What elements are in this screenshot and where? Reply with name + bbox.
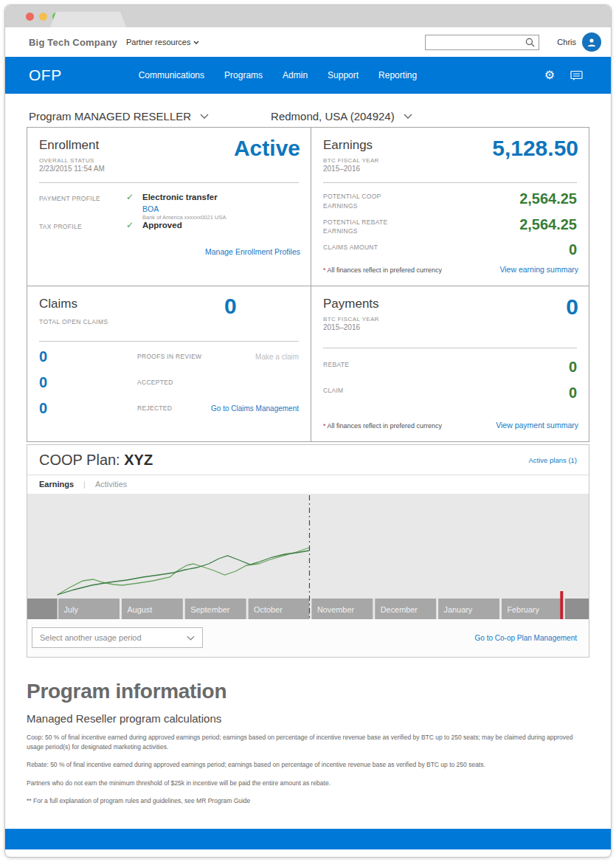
coop-plan-name: XYZ xyxy=(124,452,153,468)
person-icon xyxy=(586,37,597,47)
claims-title: Claims xyxy=(39,297,299,311)
divider xyxy=(39,341,299,342)
row-count: 0 xyxy=(39,348,137,365)
row-label: ACCEPTED xyxy=(137,379,299,386)
nav-item-reporting[interactable]: Reporting xyxy=(378,70,417,80)
currency-footnote: * All finances reflect in prefered curre… xyxy=(323,422,442,430)
svg-text:November: November xyxy=(317,605,355,614)
view-earning-summary-link[interactable]: View earning summary xyxy=(499,265,578,274)
currency-footnote: * All finances reflect in prefered curre… xyxy=(323,266,442,274)
payments-total: 0 xyxy=(566,296,578,318)
footnote-text: All finances reflect in prefered currenc… xyxy=(326,266,443,274)
payments-footer: * All finances reflect in prefered curre… xyxy=(323,421,578,430)
nav-items: Communications Programs Admin Support Re… xyxy=(139,70,417,80)
active-plans-link[interactable]: Active plans (1) xyxy=(529,456,577,464)
primary-nav: OFP Communications Programs Admin Suppor… xyxy=(5,57,611,94)
search-input[interactable] xyxy=(426,38,525,47)
footer-bar xyxy=(5,829,611,849)
tab-activities[interactable]: Activities xyxy=(95,480,127,489)
user-name: Chris xyxy=(557,38,576,46)
coop-plan-tabs: Earnings | Activities xyxy=(27,475,589,494)
browser-titlebar xyxy=(5,5,611,27)
bank-link[interactable]: BOA xyxy=(142,204,299,213)
bank-detail: Bank of America xxxxxx0021 USA xyxy=(142,214,299,221)
window-close-button[interactable] xyxy=(26,13,34,21)
tab-divider: | xyxy=(83,480,86,489)
earnings-row: POTENTIAL REBATE EARNINGS 2,564.25 xyxy=(323,216,577,237)
svg-text:October: October xyxy=(254,605,283,614)
partner-resources-menu[interactable]: Partner resources xyxy=(126,38,199,46)
row-label: REJECTED xyxy=(137,404,211,412)
program-selector[interactable]: Program MANAGED RESELLER xyxy=(29,110,209,123)
earnings-rows: POTENTIAL COOP EARNINGS 2,564.25 POTENTI… xyxy=(323,190,577,258)
view-payment-summary-link[interactable]: View payment summary xyxy=(496,421,578,430)
footnote-text: All finances reflect in prefered currenc… xyxy=(326,422,443,430)
check-icon: ✓ xyxy=(126,193,142,202)
row-value: 0 xyxy=(569,385,577,401)
fiscal-year-label: BTC FISCAL YEAR xyxy=(323,316,577,323)
claims-rows: 0 PROOFS IN REVIEW Make a claim 0 ACCEPT… xyxy=(39,348,299,417)
usage-period-placeholder: Select another usage period xyxy=(40,633,142,642)
row-count: 0 xyxy=(39,399,137,417)
go-to-claims-management-link[interactable]: Go to Claims Management xyxy=(211,404,299,413)
chevron-down-icon xyxy=(404,114,412,119)
coop-plan-title-prefix: COOP Plan: xyxy=(39,452,124,468)
fiscal-year-value: 2015–2016 xyxy=(323,165,577,173)
user-avatar[interactable] xyxy=(582,32,601,52)
fiscal-year-value: 2015–2016 xyxy=(323,323,577,331)
bank-info: BOA Bank of America xxxxxx0021 USA xyxy=(142,204,299,221)
window-minimize-button[interactable] xyxy=(39,13,47,21)
claims-card: Claims TOTAL OPEN CLAIMS 0 0 PROOFS IN R… xyxy=(27,286,311,441)
program-info-paragraph: Partners who do not earn the minimum thr… xyxy=(27,779,581,788)
search-icon[interactable] xyxy=(525,38,535,47)
nav-item-communications[interactable]: Communications xyxy=(139,70,204,80)
settings-gear-icon[interactable]: ⚙ xyxy=(544,69,555,81)
make-a-claim-link[interactable]: Make a claim xyxy=(255,353,299,361)
claims-row: 0 ACCEPTED xyxy=(39,373,299,391)
nav-item-programs[interactable]: Programs xyxy=(224,70,263,80)
earnings-row: CLAIMS AMOUNT 0 xyxy=(323,241,577,258)
program-calculations-subheading: Managed Reseller program calculations xyxy=(27,712,589,725)
app-brand[interactable]: OFP xyxy=(29,66,62,84)
row-label: REBATE xyxy=(323,359,404,370)
coop-plan-section: COOP Plan: XYZ Active plans (1) Earnings… xyxy=(27,444,589,658)
nav-item-support[interactable]: Support xyxy=(328,70,359,80)
program-information-heading: Program information xyxy=(27,680,589,703)
messages-icon[interactable] xyxy=(570,70,583,81)
row-label: CLAIMS AMOUNT xyxy=(323,241,404,252)
tax-profile-row: TAX PROFILE ✓ Approved xyxy=(39,221,299,230)
svg-text:July: July xyxy=(64,605,79,614)
divider xyxy=(39,182,299,183)
claims-row: 0 PROOFS IN REVIEW Make a claim xyxy=(39,348,299,365)
total-open-claims-label: TOTAL OPEN CLAIMS xyxy=(39,318,299,325)
earnings-row: POTENTIAL COOP EARNINGS 2,564.25 xyxy=(323,190,577,211)
coop-plan-footer: Select another usage period Go to Co-op … xyxy=(27,619,589,657)
enrollment-rows: PAYMENT PROFILE ✓ Electronic transfer BO… xyxy=(39,193,299,230)
enrollment-card: Enrollment OVERALL STATUS 2/23/2015 11:5… xyxy=(27,128,311,286)
nav-item-admin[interactable]: Admin xyxy=(283,70,308,80)
program-info-paragraph: Rebate: 50 % of final incentive earned d… xyxy=(27,760,581,770)
divider xyxy=(323,182,577,183)
usage-period-select[interactable]: Select another usage period xyxy=(32,627,203,648)
payments-rows: REBATE 0 CLAIM 0 xyxy=(323,359,577,401)
status-date: 2/23/2015 11:54 AM xyxy=(39,165,299,173)
go-to-coop-plan-management-link[interactable]: Go to Co-op Plan Management xyxy=(475,634,577,642)
browser-tab[interactable] xyxy=(50,12,126,27)
payments-card: Payments BTC FISCAL YEAR 2015–2016 0 REB… xyxy=(311,286,589,441)
row-count: 0 xyxy=(39,373,137,391)
tab-earnings[interactable]: Earnings xyxy=(39,480,74,489)
claims-row: 0 REJECTED Go to Claims Management xyxy=(39,399,299,417)
location-selector[interactable]: Redmond, USA (204924) xyxy=(271,110,412,123)
payments-row: CLAIM 0 xyxy=(323,385,577,401)
chevron-down-icon xyxy=(187,635,195,641)
manage-enrollment-profiles-link[interactable]: Manage Enrollment Profiles xyxy=(205,247,300,256)
row-label: POTENTIAL REBATE EARNINGS xyxy=(323,216,404,237)
row-label: POTENTIAL COOP EARNINGS xyxy=(323,190,404,211)
browser-window: Big Tech Company Partner resources Chris… xyxy=(4,4,612,858)
row-value: 0 xyxy=(569,241,577,258)
payment-profile-value: Electronic transfer xyxy=(142,193,218,201)
program-info-paragraph: ** For a full explanation of program rul… xyxy=(27,796,581,806)
context-selectors: Program MANAGED RESELLER Redmond, USA (2… xyxy=(29,110,611,123)
summary-cards: Enrollment OVERALL STATUS 2/23/2015 11:5… xyxy=(27,127,589,442)
divider xyxy=(323,348,577,348)
